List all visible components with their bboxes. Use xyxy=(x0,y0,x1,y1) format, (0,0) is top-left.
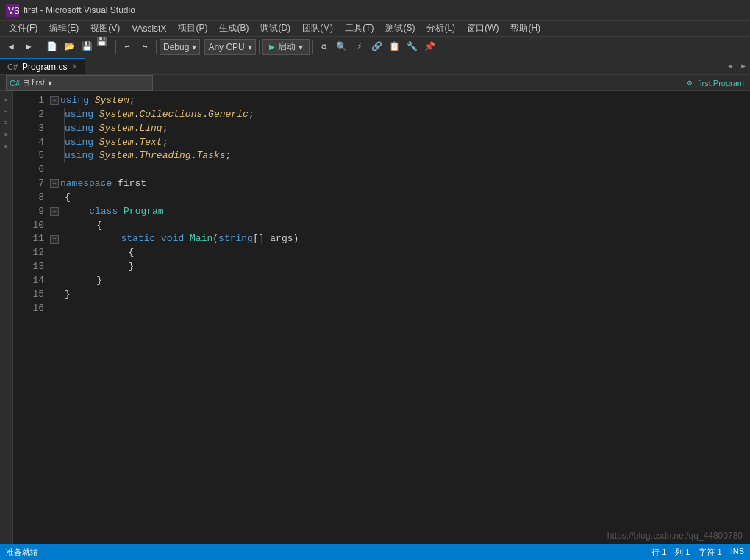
toolbar-btn-extra2[interactable]: 🔍 xyxy=(334,39,350,55)
toolbar-btn-extra4[interactable]: 🔗 xyxy=(369,39,385,55)
collapse-7[interactable]: − xyxy=(50,179,59,188)
tab-close-program-cs[interactable]: ✕ xyxy=(71,62,77,71)
code-line-1: − using System; xyxy=(50,94,750,108)
code-line-2: using System.Collections.Generic; xyxy=(50,108,750,122)
menu-debug[interactable]: 调试(D) xyxy=(254,21,296,36)
sidebar-icon-4[interactable]: ≡ xyxy=(1,129,12,140)
toolbar-saveall[interactable]: 💾+ xyxy=(96,39,113,55)
collapse-9[interactable]: − xyxy=(50,207,59,216)
menu-window[interactable]: 窗口(W) xyxy=(461,21,504,36)
tab-program-cs[interactable]: C# Program.cs ✕ xyxy=(0,58,85,74)
tab-nav-right[interactable]: ▶ xyxy=(737,58,750,74)
line-num-4: 4 xyxy=(13,136,44,150)
watermark: https://blog.csdn.net/qq_44800780 xyxy=(607,531,743,541)
kw-class: class xyxy=(89,205,124,219)
ns-first: first xyxy=(118,177,146,191)
code-area[interactable]: − using System; using System.Collections… xyxy=(50,91,750,544)
tab-nav-left[interactable]: ◀ xyxy=(724,58,737,74)
line-num-2: 2 xyxy=(13,108,44,122)
sidebar-icon-2[interactable]: ≡ xyxy=(1,106,12,116)
tab-cs-icon: C# xyxy=(7,62,18,71)
vs-logo: VS xyxy=(6,4,19,17)
menu-team[interactable]: 团队(M) xyxy=(296,21,339,36)
kw-using-3: using xyxy=(65,122,99,136)
line-num-10: 10 xyxy=(13,219,44,233)
code-line-12: { xyxy=(50,246,750,260)
platform-dropdown[interactable]: Any CPU ▾ xyxy=(204,39,255,55)
main-layout: ≡ ≡ ≡ ≡ ≡ 1 2 3 4 5 6 7 8 9 10 11 12 13 … xyxy=(0,91,750,544)
window-title: first - Microsoft Visual Studio xyxy=(24,5,135,15)
toolbar-sep2 xyxy=(115,40,116,54)
line-num-11: 11 xyxy=(13,232,44,246)
menu-file[interactable]: 文件(F) xyxy=(3,21,43,36)
menu-build[interactable]: 生成(B) xyxy=(213,21,254,36)
code-line-7: − namespace first xyxy=(50,177,750,191)
menu-analyze[interactable]: 分析(L) xyxy=(421,21,461,36)
sidebar-icon-5[interactable]: ≡ xyxy=(1,141,12,151)
toolbar-undo[interactable]: ↩ xyxy=(119,39,135,55)
menu-help[interactable]: 帮助(H) xyxy=(504,21,546,36)
code-line-11: − static void Main(string[] args) xyxy=(50,232,750,246)
line-num-14: 14 xyxy=(13,274,44,288)
method-main: Main xyxy=(190,232,213,246)
status-ch: 字符 1 xyxy=(699,547,721,558)
menu-edit[interactable]: 编辑(E) xyxy=(43,21,85,36)
config-dropdown[interactable]: Debug ▾ xyxy=(160,39,200,55)
kw-using-1: using xyxy=(60,94,95,108)
sidebar-icon-3[interactable]: ≡ xyxy=(1,118,12,128)
sidebar-icon-1[interactable]: ≡ xyxy=(1,94,12,104)
type-program: Program xyxy=(124,205,164,219)
line-num-1: 1 xyxy=(13,94,44,108)
code-line-13: } xyxy=(50,260,750,274)
toolbar-btn-extra3[interactable]: ⚡ xyxy=(351,39,368,55)
code-line-16 xyxy=(50,302,750,316)
code-line-5: using System.Threading.Tasks; xyxy=(50,149,750,163)
kw-using-4: using xyxy=(65,136,99,150)
title-bar: VS first - Microsoft Visual Studio xyxy=(0,0,750,21)
cs-file-icon: C# xyxy=(10,79,20,87)
addr-right-icon: ⚙ xyxy=(687,78,692,87)
toolbar-btn-extra1[interactable]: ⚙ xyxy=(316,39,332,55)
toolbar-save[interactable]: 💾 xyxy=(79,39,95,55)
status-col: 列 1 xyxy=(675,547,690,558)
svg-text:VS: VS xyxy=(8,6,19,16)
toolbar-btn-extra6[interactable]: 🔧 xyxy=(404,39,421,55)
toolbar-back[interactable]: ◀ xyxy=(3,39,19,55)
sidebar: ≡ ≡ ≡ ≡ ≡ xyxy=(0,91,13,544)
code-line-3: using System.Linq; xyxy=(50,122,750,136)
tab-bar: C# Program.cs ✕ ◀ ▶ xyxy=(0,57,750,75)
menu-project[interactable]: 项目(P) xyxy=(172,21,213,36)
toolbar-btn-extra7[interactable]: 📌 xyxy=(422,39,438,55)
kw-namespace: namespace xyxy=(60,177,118,191)
line-num-13: 13 xyxy=(13,260,44,274)
code-line-6 xyxy=(50,163,750,177)
toolbar-redo[interactable]: ↪ xyxy=(137,39,153,55)
line-num-12: 12 xyxy=(13,246,44,260)
addr-left-dropdown[interactable]: C# ⊞ first ▾ xyxy=(6,75,153,91)
code-line-9: − class Program xyxy=(50,205,750,219)
menu-tools[interactable]: 工具(T) xyxy=(339,21,379,36)
toolbar-sep5 xyxy=(312,40,313,54)
collapse-1[interactable]: − xyxy=(50,96,59,105)
line-num-3: 3 xyxy=(13,122,44,136)
line-numbers: 1 2 3 4 5 6 7 8 9 10 11 12 13 14 15 16 xyxy=(13,91,50,544)
ns-system: System xyxy=(95,94,129,108)
toolbar-open[interactable]: 📂 xyxy=(61,39,77,55)
toolbar-new[interactable]: 📄 xyxy=(43,39,60,55)
toolbar-btn-extra5[interactable]: 📋 xyxy=(387,39,403,55)
status-bar: 准备就绪 行 1 列 1 字符 1 INS xyxy=(0,544,750,560)
menu-vassistx[interactable]: VAssistX xyxy=(126,22,172,35)
menu-view[interactable]: 视图(V) xyxy=(85,21,126,36)
start-button[interactable]: ▶ 启动 ▾ xyxy=(262,39,310,55)
line-num-15: 15 xyxy=(13,288,44,302)
menu-test[interactable]: 测试(S) xyxy=(379,21,421,36)
toolbar: ◀ ▶ 📄 📂 💾 💾+ ↩ ↪ Debug ▾ Any CPU ▾ ▶ 启动 … xyxy=(0,37,750,57)
code-line-15: } xyxy=(50,288,750,302)
kw-using-2: using xyxy=(65,108,99,122)
toolbar-forward[interactable]: ▶ xyxy=(21,39,37,55)
collapse-11[interactable]: − xyxy=(50,235,59,244)
line-num-5: 5 xyxy=(13,149,44,163)
play-icon: ▶ xyxy=(269,43,275,51)
status-ready: 准备就绪 xyxy=(6,547,38,558)
address-bar: C# ⊞ first ▾ ⚙ first.Program xyxy=(0,75,750,91)
